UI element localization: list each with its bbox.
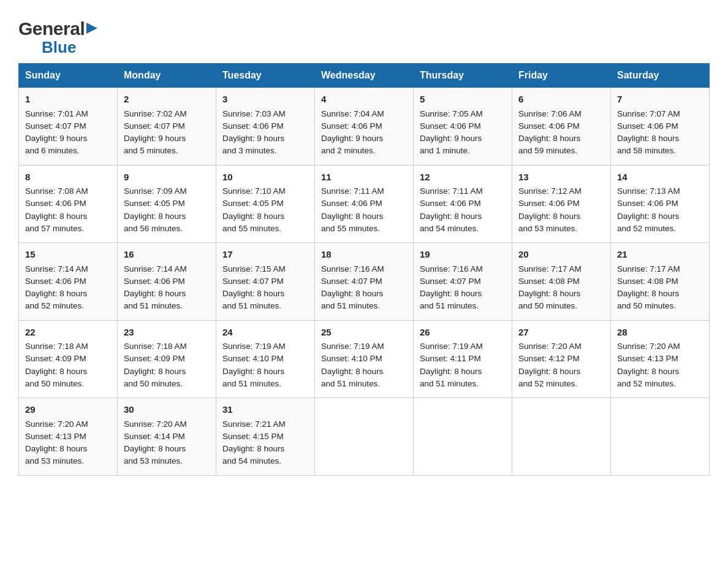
sunrise-text: Sunrise: 7:19 AM (321, 342, 384, 351)
calendar-week-5: 29Sunrise: 7:20 AMSunset: 4:13 PMDayligh… (19, 398, 710, 476)
sunrise-text: Sunrise: 7:08 AM (25, 186, 88, 196)
daylight-text: Daylight: 8 hours (321, 289, 383, 298)
calendar-cell: 27Sunrise: 7:20 AMSunset: 4:12 PMDayligh… (512, 320, 611, 398)
daylight-minutes: and 55 minutes. (222, 224, 281, 233)
day-number: 14 (617, 170, 703, 185)
sunrise-text: Sunrise: 7:02 AM (124, 109, 187, 118)
sunrise-text: Sunrise: 7:17 AM (518, 264, 582, 274)
sunset-text: Sunset: 4:06 PM (321, 199, 382, 208)
calendar-cell: 7Sunrise: 7:07 AMSunset: 4:06 PMDaylight… (611, 88, 710, 166)
daylight-minutes: and 51 minutes. (222, 301, 281, 310)
calendar-cell: 12Sunrise: 7:11 AMSunset: 4:06 PMDayligh… (414, 165, 512, 243)
daylight-text: Daylight: 9 hours (222, 134, 284, 143)
daylight-text: Daylight: 9 hours (25, 134, 87, 143)
daylight-text: Daylight: 8 hours (321, 367, 383, 376)
daylight-text: Daylight: 8 hours (321, 212, 383, 221)
daylight-minutes: and 53 minutes. (518, 224, 577, 233)
sunset-text: Sunset: 4:14 PM (124, 432, 185, 441)
day-number: 24 (222, 326, 308, 340)
calendar-cell: 5Sunrise: 7:05 AMSunset: 4:06 PMDaylight… (414, 88, 512, 166)
daylight-text: Daylight: 8 hours (222, 212, 284, 221)
day-number: 23 (124, 326, 210, 340)
daylight-minutes: and 51 minutes. (321, 379, 380, 388)
daylight-minutes: and 52 minutes. (25, 301, 84, 310)
daylight-text: Daylight: 8 hours (25, 212, 87, 221)
sunset-text: Sunset: 4:06 PM (518, 199, 580, 208)
daylight-text: Daylight: 8 hours (617, 367, 679, 376)
sunrise-text: Sunrise: 7:21 AM (222, 419, 286, 429)
sunset-text: Sunset: 4:07 PM (420, 277, 481, 286)
daylight-text: Daylight: 8 hours (518, 289, 580, 298)
sunset-text: Sunset: 4:12 PM (518, 354, 580, 363)
calendar-cell: 30Sunrise: 7:20 AMSunset: 4:14 PMDayligh… (118, 398, 216, 476)
calendar-cell: 13Sunrise: 7:12 AMSunset: 4:06 PMDayligh… (512, 165, 611, 243)
day-number: 15 (25, 248, 111, 262)
daylight-minutes: and 51 minutes. (124, 301, 183, 310)
daylight-minutes: and 53 minutes. (25, 456, 84, 465)
sunset-text: Sunset: 4:06 PM (617, 121, 678, 131)
calendar-cell: 21Sunrise: 7:17 AMSunset: 4:08 PMDayligh… (611, 243, 710, 321)
daylight-minutes: and 52 minutes. (617, 379, 676, 388)
day-number: 13 (518, 170, 604, 185)
sunrise-text: Sunrise: 7:03 AM (222, 109, 286, 118)
day-number: 1 (25, 93, 111, 107)
calendar-cell: 25Sunrise: 7:19 AMSunset: 4:10 PMDayligh… (315, 320, 414, 398)
daylight-text: Daylight: 8 hours (222, 289, 284, 298)
daylight-minutes: and 50 minutes. (25, 379, 84, 388)
daylight-text: Daylight: 8 hours (124, 444, 186, 453)
daylight-minutes: and 50 minutes. (518, 301, 577, 310)
sunset-text: Sunset: 4:06 PM (124, 277, 185, 286)
day-number: 2 (124, 93, 210, 107)
calendar-week-4: 22Sunrise: 7:18 AMSunset: 4:09 PMDayligh… (19, 320, 710, 398)
sunset-text: Sunset: 4:07 PM (124, 121, 185, 131)
sunset-text: Sunset: 4:15 PM (222, 432, 284, 441)
sunrise-text: Sunrise: 7:16 AM (321, 264, 384, 274)
calendar-cell: 15Sunrise: 7:14 AMSunset: 4:06 PMDayligh… (19, 243, 118, 321)
sunrise-text: Sunrise: 7:15 AM (222, 264, 286, 274)
calendar-cell: 4Sunrise: 7:04 AMSunset: 4:06 PMDaylight… (315, 88, 414, 166)
sunrise-text: Sunrise: 7:12 AM (518, 186, 582, 196)
sunset-text: Sunset: 4:11 PM (420, 354, 481, 363)
sunrise-text: Sunrise: 7:11 AM (321, 186, 384, 196)
daylight-text: Daylight: 8 hours (617, 212, 679, 221)
calendar-cell: 29Sunrise: 7:20 AMSunset: 4:13 PMDayligh… (19, 398, 118, 476)
sunset-text: Sunset: 4:09 PM (124, 354, 185, 363)
calendar-week-3: 15Sunrise: 7:14 AMSunset: 4:06 PMDayligh… (19, 243, 710, 321)
sunrise-text: Sunrise: 7:11 AM (420, 186, 483, 196)
daylight-text: Daylight: 8 hours (420, 289, 482, 298)
calendar-cell: 22Sunrise: 7:18 AMSunset: 4:09 PMDayligh… (19, 320, 118, 398)
daylight-minutes: and 53 minutes. (124, 456, 183, 465)
calendar-week-1: 1Sunrise: 7:01 AMSunset: 4:07 PMDaylight… (19, 88, 710, 166)
daylight-minutes: and 2 minutes. (321, 146, 376, 155)
daylight-text: Daylight: 8 hours (222, 367, 284, 376)
sunset-text: Sunset: 4:08 PM (518, 277, 580, 286)
day-number: 11 (321, 170, 407, 185)
daylight-text: Daylight: 8 hours (518, 134, 580, 143)
daylight-minutes: and 51 minutes. (321, 301, 380, 310)
calendar-cell: 3Sunrise: 7:03 AMSunset: 4:06 PMDaylight… (216, 88, 315, 166)
sunrise-text: Sunrise: 7:20 AM (124, 419, 187, 429)
sunrise-text: Sunrise: 7:07 AM (617, 109, 680, 118)
sunrise-text: Sunrise: 7:19 AM (420, 342, 483, 351)
daylight-minutes: and 51 minutes. (222, 379, 281, 388)
calendar-cell: 20Sunrise: 7:17 AMSunset: 4:08 PMDayligh… (512, 243, 611, 321)
svg-marker-0 (86, 23, 97, 34)
day-number: 7 (617, 93, 703, 107)
sunset-text: Sunset: 4:07 PM (25, 121, 86, 131)
sunrise-text: Sunrise: 7:18 AM (124, 342, 187, 351)
header-friday: Friday (512, 64, 611, 88)
daylight-minutes: and 54 minutes. (420, 224, 479, 233)
daylight-minutes: and 52 minutes. (518, 379, 577, 388)
calendar-cell: 10Sunrise: 7:10 AMSunset: 4:05 PMDayligh… (216, 165, 315, 243)
calendar-cell (315, 398, 414, 476)
calendar-cell: 26Sunrise: 7:19 AMSunset: 4:11 PMDayligh… (414, 320, 512, 398)
day-number: 10 (222, 170, 308, 185)
daylight-text: Daylight: 8 hours (420, 367, 482, 376)
calendar-cell: 18Sunrise: 7:16 AMSunset: 4:07 PMDayligh… (315, 243, 414, 321)
header-sunday: Sunday (19, 64, 118, 88)
header-thursday: Thursday (414, 64, 512, 88)
sunset-text: Sunset: 4:06 PM (420, 199, 481, 208)
day-number: 18 (321, 248, 407, 262)
calendar-cell: 19Sunrise: 7:16 AMSunset: 4:07 PMDayligh… (414, 243, 512, 321)
day-number: 4 (321, 93, 407, 107)
